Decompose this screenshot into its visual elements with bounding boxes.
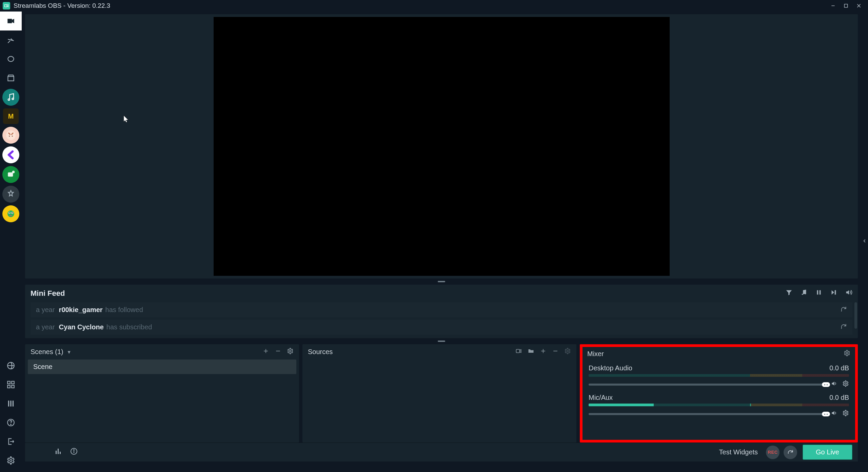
status-bar: Test Widgets REC Go Live [25,443,858,461]
sidebar-app-3[interactable] [2,127,19,144]
sidebar-item-cloudbot[interactable] [0,49,22,68]
panel-resize-handle[interactable] [25,338,858,344]
svg-point-42 [845,383,847,385]
feed-row: a year r00kie_gamer has followed [31,302,852,317]
sources-panel: Sources [302,344,576,443]
app-logo-icon [3,2,10,9]
window-maximize-button[interactable] [840,1,852,11]
mixer-channel-slider[interactable] [589,384,826,386]
left-sidebar: M [0,12,22,472]
sidebar-app-6[interactable] [2,186,19,203]
feed-row-time: a year [36,323,55,331]
mini-feed-panel: Mini Feed a year r00kie_gamer has fol [25,285,858,338]
mixer-channel-db: 0.0 dB [829,394,849,402]
feed-row-user: r00kie_gamer [59,306,103,314]
replay-buffer-button[interactable] [784,446,797,459]
source-folder-icon[interactable] [528,348,534,356]
mixer-channel-mute-icon[interactable] [831,410,837,418]
mixer-channel-slider[interactable] [589,413,826,415]
svg-rect-9 [8,172,13,177]
record-button[interactable]: REC [766,446,780,459]
preview-canvas[interactable] [214,17,670,276]
svg-rect-44 [56,451,57,454]
scene-add-icon[interactable] [262,348,269,356]
feed-skip-icon[interactable] [830,289,837,298]
svg-point-27 [10,459,12,462]
svg-rect-19 [12,381,14,384]
scene-item-label: Scene [33,363,53,370]
svg-rect-31 [820,290,821,295]
scene-settings-icon[interactable] [287,348,294,356]
sidebar-item-settings[interactable] [0,451,22,470]
source-remove-icon[interactable] [552,348,559,356]
titlebar: Streamlabs OBS - Version: 0.22.3 [0,0,868,12]
svg-rect-36 [516,349,520,353]
svg-point-49 [74,450,74,450]
panel-resize-handle[interactable] [25,279,858,285]
sidebar-item-logout[interactable] [0,432,22,451]
svg-point-8 [12,136,13,137]
feed-row-replay-icon[interactable] [840,323,847,331]
sidebar-item-help[interactable] [0,413,22,432]
mixer-channel-name: Mic/Aux [589,394,613,402]
scenes-title: Scenes (1) [31,348,63,356]
source-add-icon[interactable] [540,348,547,356]
feed-scrollbar[interactable] [854,302,857,329]
sidebar-app-7[interactable] [2,205,19,222]
feed-filter-icon[interactable] [785,289,793,298]
test-widgets-button[interactable]: Test Widgets [719,448,758,456]
window-close-button[interactable] [852,1,865,11]
sidebar-item-notifications[interactable] [0,356,22,375]
mixer-channel-meter [589,374,849,377]
status-metrics-icon[interactable] [54,447,62,457]
sidebar-item-app-store[interactable] [0,68,22,87]
svg-point-41 [846,352,848,354]
mixer-settings-icon[interactable] [844,350,850,358]
feed-row-action: has subscribed [106,323,152,331]
svg-rect-30 [817,290,818,295]
sidebar-item-editor[interactable] [0,12,22,30]
window-title: Streamlabs OBS - Version: 0.22.3 [14,2,110,9]
go-live-label: Go Live [816,448,839,456]
source-settings-icon[interactable] [564,348,571,356]
sidebar-app-4[interactable] [2,146,19,163]
svg-point-29 [805,293,806,294]
sidebar-item-layout-editor[interactable] [0,394,22,413]
mixer-channel-settings-icon[interactable] [842,410,849,418]
feed-volume-icon[interactable] [845,289,852,298]
svg-point-28 [802,294,803,295]
feed-music-icon[interactable] [800,289,808,298]
feed-row-replay-icon[interactable] [840,306,847,314]
preview-area[interactable] [25,14,858,279]
sources-title: Sources [308,348,333,356]
feed-row-time: a year [36,306,55,314]
svg-point-16 [12,212,13,213]
svg-point-15 [9,212,10,213]
status-info-icon[interactable] [70,447,78,457]
scenes-dropdown-icon[interactable]: ▼ [67,349,72,355]
sidebar-item-themes[interactable] [0,30,22,49]
mixer-channel: Desktop Audio 0.0 dB [589,364,849,389]
svg-point-6 [6,130,16,140]
sidebar-app-2[interactable]: M [3,108,19,124]
right-sidebar-collapsed[interactable] [861,12,868,472]
mixer-title: Mixer [587,350,604,358]
mixer-channel-settings-icon[interactable] [842,380,849,389]
feed-pause-icon[interactable] [815,289,823,298]
svg-rect-46 [60,452,61,454]
source-webcam-icon[interactable] [515,348,522,356]
mixer-channel-mute-icon[interactable] [831,380,837,389]
sidebar-app-1[interactable] [2,89,19,106]
chevron-left-icon [862,237,867,247]
svg-point-40 [567,350,569,352]
window-minimize-button[interactable] [827,1,840,11]
svg-point-43 [845,412,847,414]
go-live-button[interactable]: Go Live [803,445,852,460]
feed-row-action: has followed [105,306,143,314]
main-content: Mini Feed a year r00kie_gamer has fol [22,12,861,472]
scene-list-item[interactable]: Scene [28,360,296,374]
sidebar-item-studio-mode[interactable] [0,375,22,394]
scenes-panel: Scenes (1) ▼ Scene [25,344,299,443]
scene-remove-icon[interactable] [275,348,281,356]
sidebar-app-5[interactable] [2,166,19,183]
